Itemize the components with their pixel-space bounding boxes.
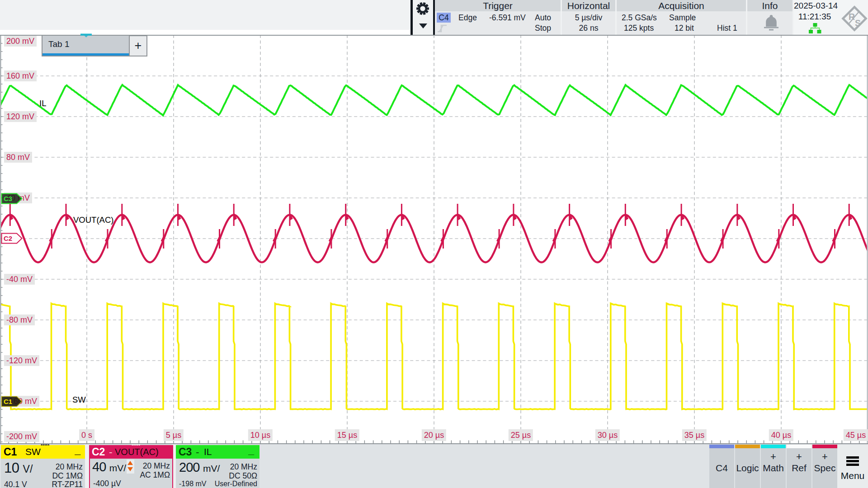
svg-text:R: R	[849, 12, 855, 22]
svg-text:S: S	[855, 18, 861, 28]
